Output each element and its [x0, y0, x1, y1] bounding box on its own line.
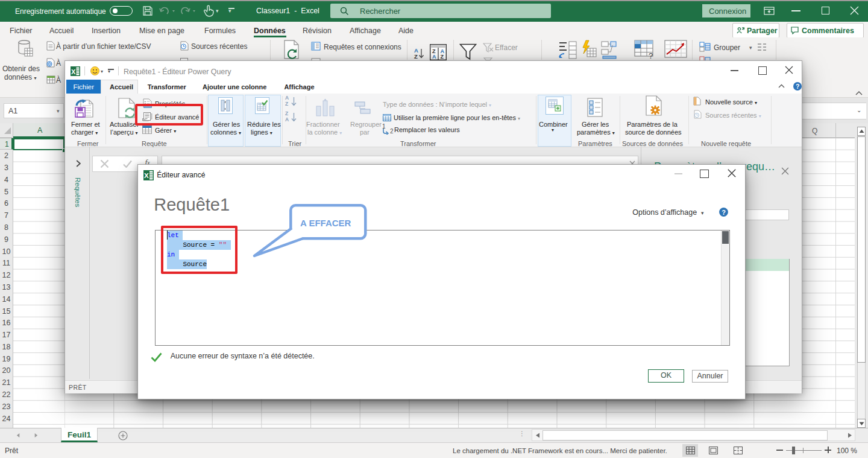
svg-text:A: A [432, 54, 436, 60]
svg-text:X: X [144, 172, 149, 179]
svg-text:A: A [441, 48, 445, 54]
svg-text:X: X [71, 68, 76, 75]
svg-text:?: ? [796, 83, 799, 90]
svg-text:?: ? [722, 208, 726, 215]
svg-text:Z: Z [441, 54, 444, 60]
svg-text:Z: Z [432, 48, 436, 54]
svg-text:?: ? [649, 51, 653, 60]
